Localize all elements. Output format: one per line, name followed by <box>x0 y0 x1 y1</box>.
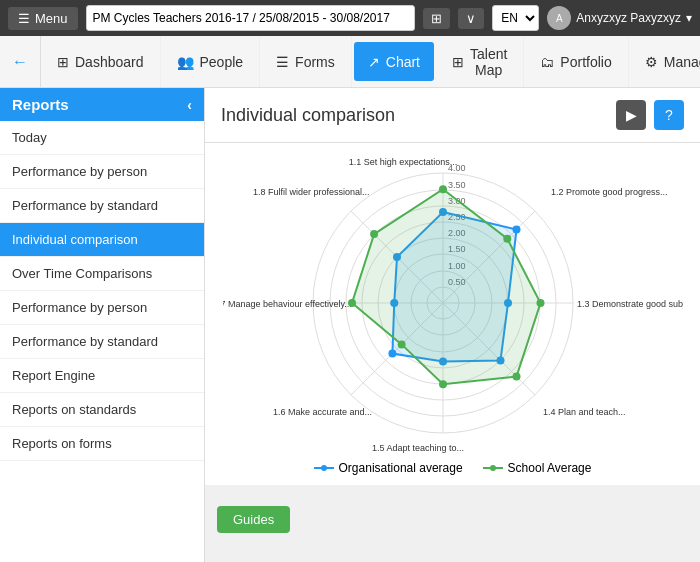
chevron-down-icon: ∨ <box>466 11 476 26</box>
svg-point-45 <box>512 373 520 381</box>
nav-people[interactable]: 👥 People <box>161 36 261 87</box>
avatar: A <box>547 6 571 30</box>
chart-container: 4.00 3.50 3.00 2.50 2.00 1.50 1.00 0.50 … <box>205 143 700 485</box>
svg-point-42 <box>439 185 447 193</box>
cycle-input[interactable] <box>86 5 416 31</box>
svg-point-43 <box>503 235 511 243</box>
sidebar-report-engine-label: Report Engine <box>12 368 95 383</box>
sidebar-item-perf-person-2[interactable]: Performance by person <box>0 291 204 325</box>
portfolio-icon: 🗂 <box>540 54 554 70</box>
svg-point-34 <box>512 226 520 234</box>
bottom-area: Guides <box>205 485 700 545</box>
legend-org-label: Organisational average <box>339 461 463 475</box>
back-arrow-icon: ← <box>12 53 28 71</box>
nav-forms[interactable]: ☰ Forms <box>260 36 352 87</box>
svg-text:3.50: 3.50 <box>448 180 466 190</box>
grid-icon-button[interactable]: ⊞ <box>423 8 450 29</box>
sidebar-header: Reports ‹ <box>0 88 204 121</box>
legend-org-avg: Organisational average <box>314 461 463 475</box>
guides-button[interactable]: Guides <box>217 506 290 533</box>
sidebar-item-today[interactable]: Today <box>0 121 204 155</box>
nav-forms-label: Forms <box>295 54 335 70</box>
legend-school-label: School Average <box>508 461 592 475</box>
sidebar-title: Reports <box>12 96 69 113</box>
svg-point-46 <box>439 380 447 388</box>
sidebar: Reports ‹ Today Performance by person Pe… <box>0 88 205 562</box>
hamburger-icon: ☰ <box>18 11 30 26</box>
sidebar-today-label: Today <box>12 130 47 145</box>
main-layout: Reports ‹ Today Performance by person Pe… <box>0 88 700 562</box>
legend-school-avg: School Average <box>483 461 592 475</box>
nav-talent-map[interactable]: ⊞ Talent Map <box>436 36 524 87</box>
svg-point-44 <box>536 299 544 307</box>
chevron-icon-button[interactable]: ∨ <box>458 8 484 29</box>
radar-chart: 4.00 3.50 3.00 2.50 2.00 1.50 1.00 0.50 … <box>223 153 683 453</box>
nav-chart-label: Chart <box>386 54 420 70</box>
sidebar-collapse-button[interactable]: ‹ <box>187 97 192 113</box>
sidebar-item-individual-comparison[interactable]: Individual comparison <box>0 223 204 257</box>
sidebar-item-reports-forms[interactable]: Reports on forms <box>0 427 204 461</box>
nav-people-label: People <box>200 54 244 70</box>
nav-portfolio-label: Portfolio <box>560 54 611 70</box>
content-header: Individual comparison ▶ ? <box>205 88 700 143</box>
svg-text:1.3 Demonstrate good subject..: 1.3 Demonstrate good subject... <box>577 299 683 309</box>
sidebar-item-perf-standard-2[interactable]: Performance by standard <box>0 325 204 359</box>
menu-label: Menu <box>35 11 68 26</box>
user-name: Anxyzxyz Paxyzxyz <box>576 11 681 25</box>
dashboard-icon: ⊞ <box>57 54 69 70</box>
sidebar-item-over-time[interactable]: Over Time Comparisons <box>0 257 204 291</box>
svg-point-51 <box>321 465 327 471</box>
svg-text:1.6 Make accurate and...: 1.6 Make accurate and... <box>273 407 372 417</box>
svg-point-49 <box>370 230 378 238</box>
grid-icon: ⊞ <box>431 11 442 26</box>
content-area: Individual comparison ▶ ? <box>205 88 700 562</box>
nav-dashboard[interactable]: ⊞ Dashboard <box>41 36 161 87</box>
sidebar-perf-person-2-label: Performance by person <box>12 300 147 315</box>
nav-manage-label: Manage <box>664 54 700 70</box>
nav-bar: ← ⊞ Dashboard 👥 People ☰ Forms ↗ Chart ⊞… <box>0 36 700 88</box>
svg-text:1.8 Fulfil wider professional.: 1.8 Fulfil wider professional... <box>253 187 370 197</box>
menu-button[interactable]: ☰ Menu <box>8 7 78 30</box>
language-select[interactable]: EN <box>492 5 539 31</box>
nav-talent-map-label-wrapper: Talent Map <box>470 46 507 78</box>
sidebar-item-report-engine[interactable]: Report Engine <box>0 359 204 393</box>
people-icon: 👥 <box>177 54 194 70</box>
user-chevron-icon: ▾ <box>686 11 692 25</box>
nav-dashboard-label: Dashboard <box>75 54 144 70</box>
help-button[interactable]: ? <box>654 100 684 130</box>
nav-manage[interactable]: ⚙ Manage <box>629 36 700 87</box>
nav-chart[interactable]: ↗ Chart <box>354 42 434 81</box>
sidebar-reports-forms-label: Reports on forms <box>12 436 112 451</box>
svg-point-47 <box>397 340 405 348</box>
manage-icon: ⚙ <box>645 54 658 70</box>
content-actions: ▶ ? <box>616 100 684 130</box>
forms-icon: ☰ <box>276 54 289 70</box>
nav-portfolio[interactable]: 🗂 Portfolio <box>524 36 628 87</box>
sidebar-reports-standards-label: Reports on standards <box>12 402 136 417</box>
chart-legend: Organisational average School Average <box>314 461 592 475</box>
sidebar-item-perf-person-1[interactable]: Performance by person <box>0 155 204 189</box>
chart-icon: ↗ <box>368 54 380 70</box>
svg-text:1.5 Adapt teaching to...: 1.5 Adapt teaching to... <box>371 443 463 453</box>
content-title: Individual comparison <box>221 105 395 126</box>
svg-point-53 <box>490 465 496 471</box>
nav-back-button[interactable]: ← <box>0 36 41 87</box>
help-icon: ? <box>665 107 673 123</box>
svg-point-48 <box>348 299 356 307</box>
sidebar-perf-standard-2-label: Performance by standard <box>12 334 158 349</box>
talent-label-1: Talent <box>470 46 507 62</box>
video-button[interactable]: ▶ <box>616 100 646 130</box>
sidebar-perf-person-1-label: Performance by person <box>12 164 147 179</box>
top-bar: ☰ Menu ⊞ ∨ EN A Anxyzxyz Paxyzxyz ▾ <box>0 0 700 36</box>
sidebar-item-reports-standards[interactable]: Reports on standards <box>0 393 204 427</box>
svg-text:1.7 Manage behaviour effective: 1.7 Manage behaviour effectively... <box>223 299 352 309</box>
talent-map-icon: ⊞ <box>452 54 464 70</box>
sidebar-item-perf-standard-1[interactable]: Performance by standard <box>0 189 204 223</box>
svg-point-38 <box>388 350 396 358</box>
svg-text:1.4 Plan and teach...: 1.4 Plan and teach... <box>543 407 626 417</box>
sidebar-individual-comparison-label: Individual comparison <box>12 232 138 247</box>
video-icon: ▶ <box>626 107 637 123</box>
talent-label-2: Map <box>475 62 502 78</box>
user-area[interactable]: A Anxyzxyz Paxyzxyz ▾ <box>547 6 692 30</box>
svg-text:1.1 Set high expectations...: 1.1 Set high expectations... <box>348 157 457 167</box>
